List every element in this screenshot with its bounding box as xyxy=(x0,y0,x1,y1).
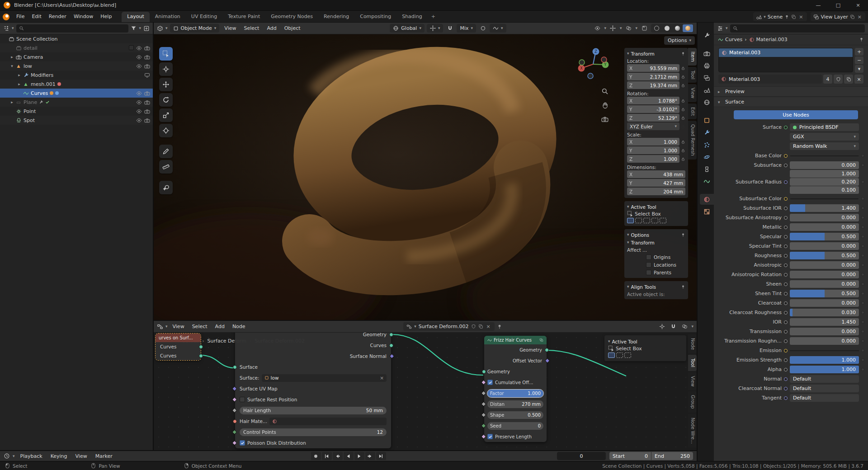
material-slot-0[interactable]: Material.003 xyxy=(719,48,853,57)
affect-parents[interactable]: Parents xyxy=(627,268,685,276)
properties-tab-constraints[interactable] xyxy=(700,164,714,174)
dropdown-field[interactable]: Random Walk▾ xyxy=(790,142,859,150)
auto-key-record-button[interactable] xyxy=(311,452,321,460)
unlink-node-tree-button[interactable]: × xyxy=(486,324,491,329)
scale-x-field[interactable]: X1.000 xyxy=(627,138,679,146)
properties-tab-tool[interactable] xyxy=(700,30,714,41)
new-material-button[interactable] xyxy=(844,75,853,84)
workspace-tab-animation[interactable]: Animation xyxy=(150,12,186,22)
shading-rendered[interactable] xyxy=(683,24,693,32)
properties-tab-render[interactable] xyxy=(700,48,714,59)
tool-rotate[interactable] xyxy=(159,93,173,107)
shading-material-preview[interactable] xyxy=(672,24,683,32)
value-slider[interactable]: 0.030 xyxy=(790,309,859,316)
outliner-row-low[interactable]: ▾▲low xyxy=(0,61,153,70)
lock-icon[interactable] xyxy=(681,140,685,144)
parent-toggle[interactable] xyxy=(657,322,666,331)
decorator-dot[interactable] xyxy=(861,339,864,343)
shader-menu-field[interactable]: Principled BSDF xyxy=(790,123,859,131)
decorator-dot[interactable] xyxy=(861,292,864,295)
remove-slot-button[interactable]: − xyxy=(855,56,863,64)
checkbox[interactable] xyxy=(240,397,245,402)
input-menu-field[interactable]: Default xyxy=(790,385,859,392)
jump-to-end-button[interactable] xyxy=(376,452,386,460)
lock-icon[interactable] xyxy=(681,116,685,120)
decorator-dot[interactable] xyxy=(861,301,864,305)
gizmo-toggle[interactable] xyxy=(609,24,618,33)
properties-tab-modifiers[interactable] xyxy=(700,127,714,138)
mat-socket[interactable] xyxy=(233,419,237,423)
value-slider[interactable]: 0.000 xyxy=(790,299,859,307)
checkbox[interactable] xyxy=(646,254,651,260)
node-menu-node[interactable]: Node xyxy=(230,324,248,329)
properties-tab-texture[interactable] xyxy=(700,206,714,217)
disable-render-icon[interactable] xyxy=(144,118,150,123)
affect-origins[interactable]: Origins xyxy=(627,253,685,261)
value-slider[interactable]: 1.400 xyxy=(790,204,859,212)
hide-viewport-icon[interactable] xyxy=(136,108,142,114)
editor-type-icon[interactable] xyxy=(3,25,9,32)
viewport-menu-add[interactable]: Add xyxy=(264,25,279,31)
tool-select-box[interactable] xyxy=(159,47,173,61)
input-menu-field[interactable]: Default xyxy=(790,375,859,383)
value-slider[interactable]: 0.000 xyxy=(790,223,859,231)
expand-toggle[interactable]: ▸ xyxy=(9,100,15,104)
outliner-row-mesh-001[interactable]: ▸▲mesh.001 xyxy=(0,80,153,89)
breadcrumb-item-curves[interactable]: Curves xyxy=(718,37,742,42)
hide-viewport-icon[interactable] xyxy=(136,54,142,60)
hide-screen-icon[interactable] xyxy=(144,72,150,78)
pin-icon[interactable] xyxy=(784,14,789,19)
value-slider[interactable]: 0.000 xyxy=(790,161,859,169)
value-slider[interactable]: 0.000 xyxy=(790,337,859,345)
node-header[interactable]: Frizz Hair Curves xyxy=(484,336,547,344)
decorator-dot[interactable] xyxy=(861,282,864,286)
node-editor-canvas[interactable]: Curves›Surface Deform›Surface Deform.002… xyxy=(154,333,697,451)
rotation-x-field[interactable]: X1.0788° xyxy=(627,97,679,104)
disable-render-icon[interactable] xyxy=(144,108,150,114)
decorator-dot[interactable] xyxy=(861,273,864,276)
workspace-add-tab[interactable]: + xyxy=(428,12,439,22)
fake-user-button[interactable] xyxy=(834,75,843,84)
disable-render-icon[interactable] xyxy=(144,99,150,105)
geo-socket[interactable] xyxy=(545,348,549,352)
timeline-menu-playback[interactable]: Playback xyxy=(18,453,45,459)
geo-socket[interactable] xyxy=(199,354,203,358)
navigation-gizmo[interactable]: Z X Y xyxy=(576,46,610,81)
falloff-dropdown[interactable]: ▾ xyxy=(490,24,506,33)
properties-search-input[interactable] xyxy=(730,24,865,33)
rotation-z-field[interactable]: Z52.129° xyxy=(627,114,679,122)
decorator-dot[interactable] xyxy=(861,164,864,167)
tool-add-cube[interactable] xyxy=(159,181,173,194)
sidebar-tab-view[interactable]: View xyxy=(688,84,697,102)
properties-tab-object-data[interactable] xyxy=(700,176,714,187)
checkbox[interactable] xyxy=(487,434,493,439)
properties-tab-scene[interactable] xyxy=(700,85,714,95)
outliner-row-spot[interactable]: Spot xyxy=(0,116,153,125)
expand-toggle[interactable]: ▸ xyxy=(16,82,22,86)
workspace-tab-shading[interactable]: Shading xyxy=(396,12,428,22)
current-frame-field[interactable]: 0 xyxy=(557,452,606,460)
properties-tab-view-layer[interactable] xyxy=(700,72,714,83)
dropdown-field[interactable]: GGX▾ xyxy=(790,133,859,141)
decorator-dot[interactable] xyxy=(861,330,864,333)
input-menu-field[interactable]: Default xyxy=(790,394,859,402)
active-tool-header[interactable]: ▾Active Tool xyxy=(627,203,685,211)
select-mode-3[interactable] xyxy=(651,218,658,223)
filter-icon[interactable] xyxy=(131,25,137,31)
pivot-dropdown[interactable]: ▾ xyxy=(427,24,443,33)
viewport-menu-object[interactable]: Object xyxy=(282,25,303,31)
preview-section-header[interactable]: ▸Preview xyxy=(714,86,868,97)
decorator-dot[interactable] xyxy=(861,320,864,324)
play-reverse-button[interactable] xyxy=(344,452,354,460)
clear-object-button[interactable]: × xyxy=(380,375,384,381)
workspace-tab-geometry-nodes[interactable]: Geometry Nodes xyxy=(265,12,318,22)
decorator-dot[interactable] xyxy=(861,207,864,210)
view-layer-selector[interactable]: View Layer× xyxy=(811,12,866,21)
node-menu-view[interactable]: View xyxy=(170,324,187,329)
editor-type-icon[interactable] xyxy=(4,453,10,459)
value-slider[interactable]: 0.000 xyxy=(790,242,859,250)
location-y-field[interactable]: Y2.1712 mm xyxy=(627,73,679,80)
value-slider[interactable]: Control Points12 xyxy=(240,428,387,436)
options-header[interactable]: ▾Options xyxy=(627,231,685,239)
unlink-view-layer-button[interactable]: × xyxy=(857,14,863,20)
